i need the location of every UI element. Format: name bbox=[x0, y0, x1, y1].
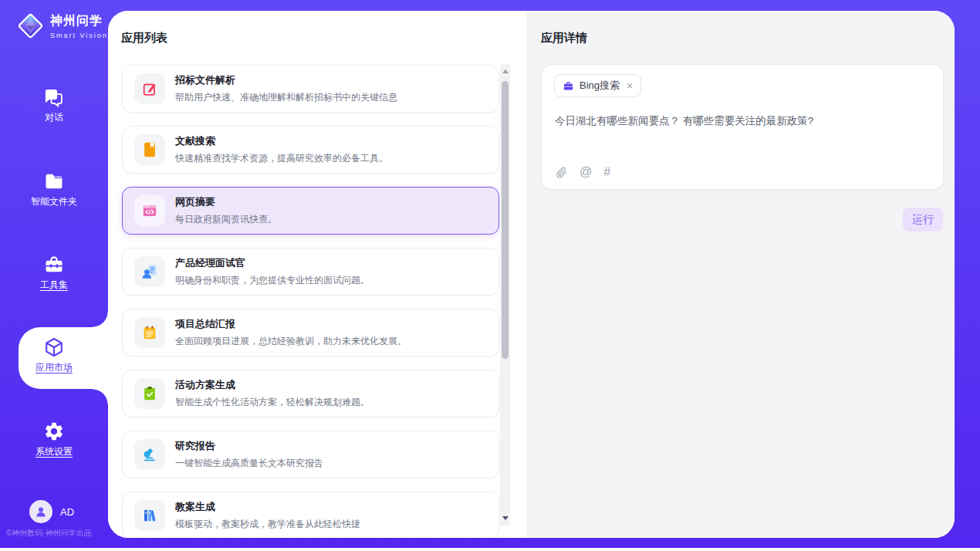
tool-tag-bing-search[interactable]: Bing搜索 × bbox=[554, 74, 641, 97]
copyright-footer: ©神州数码·神州问学出品 bbox=[6, 528, 92, 539]
chat-bubbles-icon bbox=[43, 86, 65, 108]
attachment-icon[interactable] bbox=[555, 166, 568, 179]
hash-icon[interactable]: # bbox=[603, 165, 610, 179]
app-icon-box bbox=[134, 134, 165, 165]
brand-subtitle: Smart Vision bbox=[50, 32, 108, 39]
active-nav-fillet-top bbox=[93, 312, 109, 327]
sidebar-item-toolkit[interactable]: 工具集 bbox=[0, 254, 108, 292]
mention-icon[interactable]: @ bbox=[580, 165, 592, 179]
app-desc: 帮助用户快速、准确地理解和解析招标书中的关键信息 bbox=[175, 91, 397, 104]
book-icon bbox=[141, 141, 158, 158]
app-name: 招标文件解析 bbox=[175, 73, 397, 87]
edit-square-icon bbox=[141, 80, 158, 97]
brand-logo: 神州问学 Smart Vision bbox=[16, 12, 108, 40]
app-icon-box bbox=[134, 439, 165, 470]
app-detail-card: Bing搜索 × 今日湖北有哪些新闻要点？ 有哪些需要关注的最新政策? @ # bbox=[541, 64, 944, 190]
app-card-lesson-plan[interactable]: 教案生成 模板驱动，教案秒成，教学准备从此轻松快捷 bbox=[122, 492, 499, 538]
clipboard-check-icon bbox=[141, 385, 158, 402]
app-detail-panel: 应用详情 Bing搜索 × 今日湖北有哪些新闻要点？ 有哪些需要关注的最新政策?… bbox=[526, 11, 955, 538]
avatar bbox=[29, 500, 52, 523]
sidebar-item-smart-folder[interactable]: 智能文件夹 bbox=[0, 171, 108, 208]
gear-icon bbox=[43, 421, 65, 442]
user-account[interactable]: AD bbox=[29, 500, 74, 523]
app-desc: 智能生成个性化活动方案，轻松解决规划难题。 bbox=[175, 396, 370, 409]
app-icon-box bbox=[134, 317, 165, 348]
app-card-tender-parse[interactable]: 招标文件解析 帮助用户快速、准确地理解和解析招标书中的关键信息 bbox=[122, 65, 499, 113]
input-toolbar: @ # bbox=[555, 165, 610, 179]
app-card-event-plan[interactable]: 活动方案生成 智能生成个性化活动方案，轻松解决规划难题。 bbox=[122, 370, 499, 417]
app-card-project-summary[interactable]: 项目总结汇报 全面回顾项目进展，总结经验教训，助力未来优化发展。 bbox=[122, 309, 499, 357]
interviewer-icon bbox=[141, 263, 158, 280]
sidebar-item-settings[interactable]: 系统设置 bbox=[0, 421, 108, 458]
user-name: AD bbox=[60, 506, 74, 518]
bottom-divider bbox=[0, 548, 980, 551]
tag-close-icon[interactable]: × bbox=[627, 80, 633, 91]
app-desc: 快速精准查找学术资源，提高研究效率的必备工具。 bbox=[175, 152, 388, 165]
sidebar-item-app-market[interactable]: 应用市场 bbox=[0, 336, 108, 374]
diamond-gem-icon bbox=[16, 12, 45, 40]
person-avatar-icon bbox=[34, 505, 48, 519]
briefcase-icon bbox=[563, 80, 574, 92]
app-icon-box bbox=[134, 195, 165, 226]
app-list-scrollbar[interactable] bbox=[500, 64, 510, 526]
sidebar-item-label: 工具集 bbox=[40, 279, 68, 292]
microscope-icon bbox=[141, 446, 158, 463]
app-name: 网页摘要 bbox=[175, 195, 277, 209]
tool-tag-label: Bing搜索 bbox=[580, 79, 620, 93]
app-name: 项目总结汇报 bbox=[175, 317, 407, 331]
app-list-panel: 应用列表 招标文件解析 帮助用户快速、准确地理解和解析招标书中的关键信息 bbox=[108, 11, 526, 538]
app-desc: 模板驱动，教案秒成，教学准备从此轻松快捷 bbox=[175, 518, 360, 531]
sidebar-item-label: 智能文件夹 bbox=[31, 195, 77, 208]
cube-icon bbox=[43, 336, 65, 358]
sidebar: 神州问学 Smart Vision 对话 智能文件夹 工具集 bbox=[0, 0, 108, 548]
app-desc: 明确身份和职责，为您提供专业性的面试问题。 bbox=[175, 274, 370, 287]
sidebar-item-label: 应用市场 bbox=[35, 361, 73, 374]
app-card-literature-search[interactable]: 文献搜索 快速精准查找学术资源，提高研究效率的必备工具。 bbox=[122, 126, 499, 174]
run-button[interactable]: 运行 bbox=[903, 208, 943, 232]
app-icon-box bbox=[134, 500, 165, 531]
app-name: 产品经理面试官 bbox=[175, 256, 370, 270]
folder-icon bbox=[43, 171, 65, 192]
app-list-title: 应用列表 bbox=[121, 31, 167, 46]
scroll-down-arrow-icon[interactable] bbox=[502, 516, 509, 520]
app-icon-box bbox=[134, 73, 165, 104]
app-name: 研究报告 bbox=[175, 439, 323, 453]
sidebar-item-label: 对话 bbox=[45, 111, 63, 124]
app-card-web-summary[interactable]: 网页摘要 每日政府新闻资讯快查。 bbox=[122, 187, 499, 235]
app-icon-box bbox=[134, 256, 165, 287]
app-desc: 每日政府新闻资讯快查。 bbox=[175, 213, 277, 226]
books-icon bbox=[141, 507, 158, 524]
brand-name: 神州问学 bbox=[50, 13, 108, 29]
app-icon-box bbox=[134, 378, 165, 409]
app-detail-title: 应用详情 bbox=[541, 31, 587, 46]
query-input[interactable]: 今日湖北有哪些新闻要点？ 有哪些需要关注的最新政策? bbox=[555, 114, 925, 128]
app-card-research-report[interactable]: 研究报告 一键智能生成高质量长文本研究报告 bbox=[122, 431, 499, 478]
scrollbar-thumb[interactable] bbox=[502, 81, 509, 359]
main-content: 应用列表 招标文件解析 帮助用户快速、准确地理解和解析招标书中的关键信息 bbox=[108, 11, 955, 538]
app-name: 文献搜索 bbox=[175, 134, 388, 148]
app-name: 活动方案生成 bbox=[175, 378, 370, 392]
toolbox-icon bbox=[43, 254, 65, 276]
app-desc: 一键智能生成高质量长文本研究报告 bbox=[175, 457, 323, 470]
sidebar-item-chat[interactable]: 对话 bbox=[0, 86, 108, 124]
notepad-icon bbox=[141, 324, 158, 341]
browser-code-icon bbox=[141, 202, 158, 219]
app-card-pm-interviewer[interactable]: 产品经理面试官 明确身份和职责，为您提供专业性的面试问题。 bbox=[122, 248, 499, 296]
active-nav-fillet-bottom bbox=[93, 389, 109, 404]
app-name: 教案生成 bbox=[175, 500, 360, 514]
sidebar-item-label: 系统设置 bbox=[35, 445, 73, 458]
scroll-up-arrow-icon[interactable] bbox=[502, 69, 509, 73]
app-desc: 全面回顾项目进展，总结经验教训，助力未来优化发展。 bbox=[175, 335, 407, 348]
